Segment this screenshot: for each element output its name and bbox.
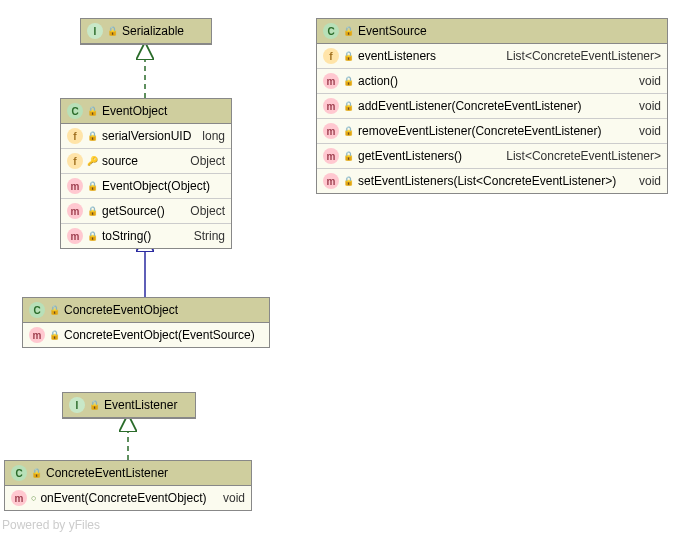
class-serializable: I 🔒 Serializable bbox=[80, 18, 212, 45]
method-icon: m bbox=[29, 327, 45, 343]
lock-icon: 🔒 bbox=[343, 126, 354, 136]
lock-icon: 🔒 bbox=[87, 231, 98, 241]
field-row: f 🔒 serialVersionUID long bbox=[61, 124, 231, 149]
lock-icon: 🔒 bbox=[31, 468, 42, 478]
method-row: m 🔒 EventObject(Object) bbox=[61, 174, 231, 199]
class-name: ConcreteEventObject bbox=[64, 303, 178, 317]
class-header: C 🔒 EventObject bbox=[61, 99, 231, 124]
class-header: I 🔒 EventListener bbox=[63, 393, 195, 418]
open-icon: ○ bbox=[31, 493, 36, 503]
class-icon: C bbox=[67, 103, 83, 119]
class-name: EventListener bbox=[104, 398, 177, 412]
lock-icon: 🔒 bbox=[343, 101, 354, 111]
lock-icon: 🔒 bbox=[49, 330, 60, 340]
interface-icon: I bbox=[87, 23, 103, 39]
class-event-listener: I 🔒 EventListener bbox=[62, 392, 196, 419]
method-type: Object bbox=[190, 204, 225, 218]
method-type: List<ConcreteEventListener> bbox=[506, 149, 661, 163]
method-name: ConcreteEventObject(EventSource) bbox=[64, 328, 263, 342]
lock-icon: 🔒 bbox=[87, 131, 98, 141]
class-name: EventObject bbox=[102, 104, 167, 118]
field-icon: f bbox=[67, 153, 83, 169]
lock-icon: 🔒 bbox=[87, 106, 98, 116]
lock-icon: 🔒 bbox=[87, 181, 98, 191]
method-icon: m bbox=[323, 173, 339, 189]
lock-icon: 🔒 bbox=[87, 206, 98, 216]
class-icon: C bbox=[29, 302, 45, 318]
method-row: m 🔒 removeEventListener(ConcreteEventLis… bbox=[317, 119, 667, 144]
class-header: C 🔒 ConcreteEventListener bbox=[5, 461, 251, 486]
method-row: m 🔒 getEventListeners() List<ConcreteEve… bbox=[317, 144, 667, 169]
field-icon: f bbox=[67, 128, 83, 144]
method-row: m 🔒 setEventListeners(List<ConcreteEvent… bbox=[317, 169, 667, 193]
method-type: void bbox=[639, 174, 661, 188]
method-type: String bbox=[194, 229, 225, 243]
class-concrete-event-object: C 🔒 ConcreteEventObject m 🔒 ConcreteEven… bbox=[22, 297, 270, 348]
method-name: action() bbox=[358, 74, 635, 88]
method-name: EventObject(Object) bbox=[102, 179, 225, 193]
class-icon: C bbox=[323, 23, 339, 39]
lock-icon: 🔒 bbox=[343, 151, 354, 161]
method-row: m 🔒 addEventListener(ConcreteEventListen… bbox=[317, 94, 667, 119]
lock-icon: 🔒 bbox=[89, 400, 100, 410]
method-type: void bbox=[223, 491, 245, 505]
method-icon: m bbox=[67, 203, 83, 219]
method-name: getSource() bbox=[102, 204, 186, 218]
method-type: void bbox=[639, 74, 661, 88]
method-icon: m bbox=[67, 228, 83, 244]
field-type: Object bbox=[190, 154, 225, 168]
lock-icon: 🔒 bbox=[343, 176, 354, 186]
method-name: addEventListener(ConcreteEventListener) bbox=[358, 99, 635, 113]
method-icon: m bbox=[323, 73, 339, 89]
interface-icon: I bbox=[69, 397, 85, 413]
field-type: List<ConcreteEventListener> bbox=[506, 49, 661, 63]
method-icon: m bbox=[11, 490, 27, 506]
class-header: I 🔒 Serializable bbox=[81, 19, 211, 44]
method-row: m 🔒 toString() String bbox=[61, 224, 231, 248]
class-name: Serializable bbox=[122, 24, 184, 38]
method-type: void bbox=[639, 99, 661, 113]
method-name: getEventListeners() bbox=[358, 149, 502, 163]
lock-icon: 🔒 bbox=[343, 76, 354, 86]
class-event-object: C 🔒 EventObject f 🔒 serialVersionUID lon… bbox=[60, 98, 232, 249]
method-name: onEvent(ConcreteEventObject) bbox=[40, 491, 219, 505]
field-name: serialVersionUID bbox=[102, 129, 198, 143]
method-row: m 🔒 action() void bbox=[317, 69, 667, 94]
class-name: EventSource bbox=[358, 24, 427, 38]
method-icon: m bbox=[323, 148, 339, 164]
lock-icon: 🔒 bbox=[49, 305, 60, 315]
method-name: setEventListeners(List<ConcreteEventList… bbox=[358, 174, 635, 188]
method-icon: m bbox=[323, 123, 339, 139]
field-row: f 🔑 source Object bbox=[61, 149, 231, 174]
lock-icon: 🔒 bbox=[343, 26, 354, 36]
field-name: eventListeners bbox=[358, 49, 502, 63]
method-icon: m bbox=[67, 178, 83, 194]
lock-icon: 🔒 bbox=[343, 51, 354, 61]
field-row: f 🔒 eventListeners List<ConcreteEventLis… bbox=[317, 44, 667, 69]
class-icon: C bbox=[11, 465, 27, 481]
field-name: source bbox=[102, 154, 186, 168]
class-header: C 🔒 EventSource bbox=[317, 19, 667, 44]
method-type: void bbox=[639, 124, 661, 138]
field-type: long bbox=[202, 129, 225, 143]
method-row: m 🔒 ConcreteEventObject(EventSource) bbox=[23, 323, 269, 347]
class-concrete-event-listener: C 🔒 ConcreteEventListener m ○ onEvent(Co… bbox=[4, 460, 252, 511]
class-event-source: C 🔒 EventSource f 🔒 eventListeners List<… bbox=[316, 18, 668, 194]
lock-icon: 🔒 bbox=[107, 26, 118, 36]
class-name: ConcreteEventListener bbox=[46, 466, 168, 480]
key-icon: 🔑 bbox=[87, 156, 98, 166]
method-row: m 🔒 getSource() Object bbox=[61, 199, 231, 224]
method-icon: m bbox=[323, 98, 339, 114]
class-header: C 🔒 ConcreteEventObject bbox=[23, 298, 269, 323]
watermark: Powered by yFiles bbox=[2, 518, 100, 532]
field-icon: f bbox=[323, 48, 339, 64]
method-row: m ○ onEvent(ConcreteEventObject) void bbox=[5, 486, 251, 510]
method-name: toString() bbox=[102, 229, 190, 243]
method-name: removeEventListener(ConcreteEventListene… bbox=[358, 124, 635, 138]
